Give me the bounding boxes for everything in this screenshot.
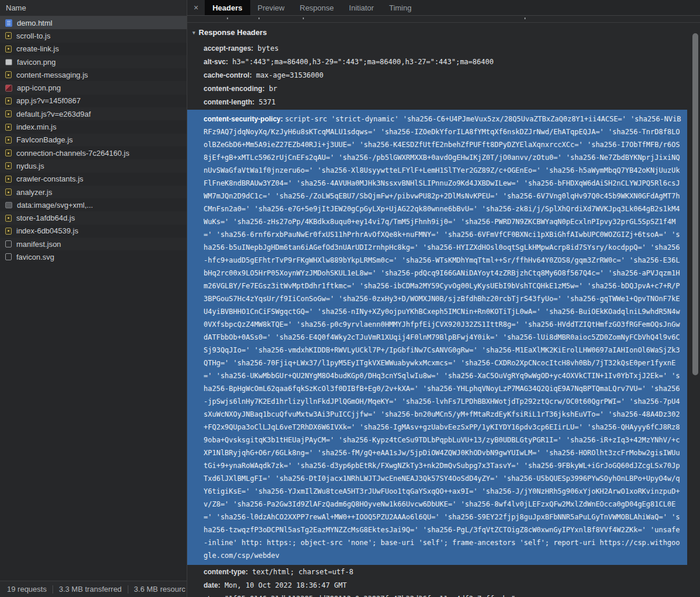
request-detail-pane: × HeadersPreviewResponseInitiatorTiming … — [187, 0, 700, 597]
text-remnant — [303, 18, 304, 19]
file-name-label: connection-channels-7c264160.js — [16, 149, 130, 158]
header-value: script-src 'strict-dynamic' 'sha256-C6+U… — [204, 115, 681, 560]
file-row[interactable]: nydus.js — [0, 159, 187, 172]
header-value: "1f95e0146e31db112385add799112c0a23927fa… — [220, 595, 516, 597]
status-separator — [128, 585, 128, 593]
script-file-icon — [5, 149, 12, 156]
tab-response[interactable]: Response — [292, 0, 342, 15]
file-row[interactable]: manifest.json — [0, 238, 187, 250]
file-name-label: store-1afdb64d.js — [16, 214, 75, 222]
close-icon[interactable]: × — [187, 3, 205, 12]
header-value: bytes — [253, 44, 278, 53]
file-row[interactable]: crawler-constants.js — [0, 173, 187, 186]
headers-group-after: content-type: text/html; charset=utf-8da… — [187, 565, 700, 597]
file-row[interactable]: app.js?v=145f0867 — [0, 95, 187, 107]
file-row[interactable]: default.js?v=e263d9af — [0, 107, 187, 120]
file-row[interactable]: create-link.js — [0, 43, 187, 55]
text-remnant — [258, 18, 260, 19]
script-file-icon — [5, 124, 12, 131]
file-name-label: data:image/svg+xml,... — [17, 201, 93, 210]
file-row[interactable]: app-icon.png — [0, 81, 187, 94]
file-name-label: app-icon.png — [17, 83, 61, 92]
csp-header-row[interactable]: content-security-policy: script-src 'str… — [187, 110, 687, 565]
plain-file-icon — [5, 240, 12, 247]
header-name: etag: — [204, 595, 220, 597]
headers-group-before: accept-ranges: bytesalt-svc: h3=":443";m… — [187, 42, 700, 109]
headers-scroll-area: ▾ Response Headers accept-ranges: bytesa… — [187, 23, 700, 597]
file-row[interactable]: favicon.png — [0, 55, 187, 68]
header-row[interactable]: accept-ranges: bytes — [187, 42, 700, 55]
devtools-network-panel: Name demo.htmlscroll-to.jscreate-link.js… — [0, 0, 700, 597]
script-file-icon — [5, 176, 12, 183]
image-red-file-icon — [5, 85, 12, 92]
file-row[interactable]: index-6db04539.js — [0, 225, 187, 238]
header-row[interactable]: content-encoding: br — [187, 82, 700, 96]
header-row[interactable]: etag: "1f95e0146e31db112385add799112c0a2… — [187, 592, 700, 597]
file-name-label: demo.html — [17, 19, 52, 27]
header-value: Mon, 10 Oct 2022 18:36:47 GMT — [220, 581, 347, 589]
tab-timing[interactable]: Timing — [382, 0, 419, 15]
file-row[interactable]: connection-channels-7c264160.js — [0, 146, 187, 159]
header-name: date: — [204, 581, 220, 589]
header-row[interactable]: content-length: 5371 — [187, 96, 700, 109]
header-name: content-security-policy: — [204, 115, 283, 123]
file-name-label: favicon.png — [17, 58, 56, 67]
file-name-label: crawler-constants.js — [16, 174, 83, 183]
plain-file-icon — [5, 253, 12, 260]
script-file-icon — [5, 188, 12, 195]
script-file-icon — [5, 32, 12, 39]
request-list-sidebar: Name demo.htmlscroll-to.jscreate-link.js… — [0, 0, 187, 597]
file-name-label: create-link.js — [16, 44, 59, 53]
file-row[interactable]: index.min.js — [0, 120, 187, 133]
response-headers-section-toggle[interactable]: ▾ Response Headers — [187, 23, 700, 42]
header-row[interactable]: alt-svc: h3=":443";ma=86400,h3-29=":443"… — [187, 55, 700, 69]
file-name-label: index-6db04539.js — [16, 226, 78, 235]
text-remnant — [227, 18, 228, 19]
header-name: alt-svc: — [204, 58, 228, 66]
file-row[interactable]: favicon.svg — [0, 250, 187, 263]
file-name-label: index.min.js — [16, 123, 57, 131]
script-file-icon — [5, 162, 12, 169]
script-file-icon — [5, 71, 12, 78]
script-file-icon — [5, 215, 12, 222]
name-column-header[interactable]: Name — [0, 0, 187, 16]
tab-initiator[interactable]: Initiator — [341, 0, 382, 15]
script-file-icon — [5, 110, 12, 117]
tab-headers[interactable]: Headers — [205, 0, 250, 15]
header-value: br — [265, 85, 278, 93]
file-row[interactable]: content-messaging.js — [0, 68, 187, 81]
detail-tabstrip: × HeadersPreviewResponseInitiatorTiming — [187, 0, 700, 16]
header-name: content-type: — [204, 568, 248, 576]
request-file-list: demo.htmlscroll-to.jscreate-link.jsfavic… — [0, 16, 187, 581]
file-row[interactable]: demo.html — [0, 16, 187, 29]
file-name-label: app.js?v=145f0867 — [16, 96, 80, 105]
file-row[interactable]: FavIconBadge.js — [0, 134, 187, 146]
image-grey-file-icon — [5, 59, 12, 65]
detail-tabs: HeadersPreviewResponseInitiatorTiming — [205, 0, 419, 15]
text-remnant — [524, 18, 526, 19]
script-file-icon — [5, 228, 12, 235]
file-row[interactable]: store-1afdb64d.js — [0, 211, 187, 224]
header-row[interactable]: content-type: text/html; charset=utf-8 — [187, 565, 700, 579]
header-name: content-length: — [204, 98, 254, 106]
file-name-label: analyzer.js — [16, 188, 52, 197]
status-separator — [52, 585, 53, 593]
header-row[interactable]: date: Mon, 10 Oct 2022 18:36:47 GMT — [187, 579, 700, 592]
header-name: accept-ranges: — [204, 44, 253, 53]
file-row[interactable]: scroll-to.js — [0, 29, 187, 42]
tab-preview[interactable]: Preview — [250, 0, 292, 15]
file-name-label: favicon.svg — [16, 253, 54, 261]
file-name-label: manifest.json — [16, 240, 61, 249]
file-name-label: nydus.js — [16, 162, 44, 170]
file-row[interactable]: data:image/svg+xml,... — [0, 198, 187, 211]
file-row[interactable]: analyzer.js — [0, 186, 187, 198]
section-title-label: Response Headers — [199, 28, 267, 37]
script-file-icon — [5, 137, 12, 144]
header-row[interactable]: cache-control: max-age=31536000 — [187, 69, 700, 82]
image-dark-file-icon — [5, 202, 12, 208]
header-value: h3=":443";ma=86400,h3-29=":443";ma=86400… — [228, 58, 494, 66]
network-summary-bar: 19 requests3.3 MB transferred3.6 MB reso… — [0, 581, 187, 597]
vertical-scrollbar-thumb[interactable] — [692, 33, 698, 375]
header-value: max-age=31536000 — [252, 71, 324, 79]
header-value: 5371 — [254, 98, 275, 106]
